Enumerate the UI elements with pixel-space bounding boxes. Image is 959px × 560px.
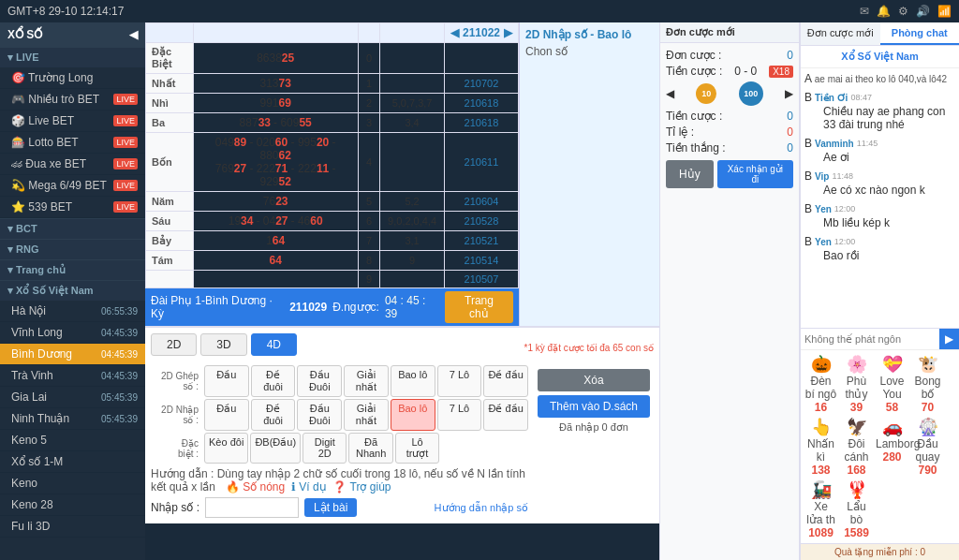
tab-don-cuoc-moi[interactable]: Đơn cược mới xyxy=(801,22,880,45)
bet-cell-keodoi[interactable]: Kèo đôi xyxy=(204,433,248,464)
bet-cell-dedau-2[interactable]: Đề đầu xyxy=(483,399,528,431)
bet-cell-empty2 xyxy=(486,433,528,464)
chat-input-row: ▶ xyxy=(801,328,959,349)
bet-cell-deduoi-2[interactable]: Đề đuôi xyxy=(251,399,296,431)
sidebar-item-dua-xe[interactable]: 🏎 Đua xe BET LIVE xyxy=(0,154,145,175)
chat-send-button[interactable]: ▶ xyxy=(939,329,959,349)
gift-item[interactable]: 🦞 Lẩu bò 1589 xyxy=(840,479,873,539)
bet-cell-giainhat-2[interactable]: Giải nhất xyxy=(344,399,389,431)
bell-icon[interactable]: 🔔 xyxy=(877,5,891,18)
sidebar-item-fuli3d[interactable]: Fu li 3D xyxy=(0,516,145,538)
top-bar: GMT+8 29-10 12:14:17 ✉ 🔔 ⚙ 🔊 📶 xyxy=(0,0,959,22)
prev-chip-icon[interactable]: ◀ xyxy=(666,87,674,100)
don-cuoc-row: Đơn cược : 0 xyxy=(666,49,793,62)
xacnhan-button[interactable]: Xác nhận gửi đi xyxy=(717,160,793,188)
lat-bai-button[interactable]: Lật bài xyxy=(304,498,357,517)
upper-section: ◀ 211022 ▶ Đặc Biệt xyxy=(145,22,659,326)
sidebar-item-live-bet[interactable]: 🎲 Live BET LIVE xyxy=(0,111,145,132)
tab-phong-chat[interactable]: Phòng chat xyxy=(880,22,960,45)
bet-cell-digit2d[interactable]: Digit 2D xyxy=(302,433,347,464)
sidebar-section-trangchu[interactable]: ▾ Trang chủ xyxy=(0,259,145,280)
sidebar-item-travinh[interactable]: Trà Vinh 04:45:39 xyxy=(0,365,145,387)
sidebar-item-keno[interactable]: Keno xyxy=(0,473,145,494)
bet-cell-deduoi-1[interactable]: Đề đuôi xyxy=(251,365,296,397)
gift-item[interactable]: 🌸 Phù thủy 39 xyxy=(840,354,873,414)
bet-type-nhapso: 2D Nhậpsố : Đầu Đề đuôi Đầu Đuôi Giải nh… xyxy=(151,399,528,431)
sidebar-item-truong-long[interactable]: 🎯 Trường Long xyxy=(0,67,145,89)
gift-item[interactable]: 🚂 Xe lửa th 1089 xyxy=(804,479,837,539)
sidebar-item-binhduong[interactable]: Bình Dương 04:45:39 xyxy=(0,344,145,365)
volume-icon[interactable]: 🔊 xyxy=(916,5,930,18)
message-name: Tiền Ơi xyxy=(815,93,848,103)
so-nong-link[interactable]: 🔥 Số nóng xyxy=(226,480,285,494)
sidebar-section-xosovietnam[interactable]: ▾ Xổ Số Việt Nam xyxy=(0,280,145,301)
chat-messages: A ae mai ai theo ko lô 040,và lô42 B Tiề… xyxy=(801,68,959,328)
wifi-icon[interactable]: 📶 xyxy=(937,5,952,18)
sidebar-item-vinhlong[interactable]: Vĩnh Long 04:45:39 xyxy=(0,322,145,344)
gift-item[interactable]: 🎡 Đầu quay 790 xyxy=(911,417,944,477)
sidebar-section-live[interactable]: ▾ LIVE xyxy=(0,47,145,67)
bet-cell-dau-2[interactable]: Đầu xyxy=(204,399,249,431)
bet-cell-baolo-2[interactable]: Bao lô xyxy=(391,399,435,431)
them-button[interactable]: Thêm vào D.sách xyxy=(538,395,650,418)
sidebar-item-nhieu-tro[interactable]: 🎮 Nhiều trò BET LIVE xyxy=(0,89,145,111)
bet-cell-danhanh[interactable]: Đã Nhanh xyxy=(348,433,392,464)
sidebar-item-keno28[interactable]: Keno 28 xyxy=(0,494,145,516)
chip-10[interactable]: 10 xyxy=(696,83,716,104)
table-row: 9 210507 xyxy=(146,271,519,288)
tab-4d[interactable]: 4D xyxy=(251,333,297,356)
results-section: ◀ 211022 ▶ Đặc Biệt xyxy=(145,22,519,326)
bet-cell-dauduoi-2[interactable]: Đầu Đuôi xyxy=(297,399,342,431)
sidebar-item-lotto-bet[interactable]: 🎰 Lotto BET LIVE xyxy=(0,132,145,154)
current-period-id: 211022 xyxy=(463,26,500,39)
sidebar-item-ninhthuan[interactable]: Ninh Thuận 05:45:39 xyxy=(0,408,145,430)
chip-row: ◀ 10 100 ▶ xyxy=(666,81,793,106)
sidebar-item-mega[interactable]: 💫 Mega 6/49 BET LIVE xyxy=(0,175,145,197)
bet-cell-7lo-1[interactable]: 7 Lô xyxy=(437,365,482,397)
huong-dan-link[interactable]: Hướng dẫn nhập số xyxy=(435,502,528,514)
sidebar-item-539-bet[interactable]: ⭐ 539 BET LIVE xyxy=(0,197,145,218)
gift-item[interactable]: 🦅 Đôi cánh 168 xyxy=(840,417,873,477)
tro-giup-link[interactable]: ❓ Trợ giúp xyxy=(332,480,391,494)
gear-icon[interactable]: ⚙ xyxy=(898,5,908,18)
vi-du-link[interactable]: ℹ Ví dụ xyxy=(291,480,327,494)
table-row: Tám 64 8 9 210514 xyxy=(146,251,519,271)
bet-cell-giainhat-1[interactable]: Giải nhất xyxy=(344,365,389,397)
huy-button[interactable]: Hủy xyxy=(666,160,714,188)
sidebar-collapse-icon[interactable]: ◀ xyxy=(129,28,138,41)
gift-item[interactable]: 💝 Love You 58 xyxy=(876,354,908,414)
bet-cell-lotruot[interactable]: Lô trượt xyxy=(395,433,439,464)
nav-left-btn[interactable]: ◀ xyxy=(450,26,459,39)
envelope-icon[interactable]: ✉ xyxy=(860,5,869,18)
chat-input[interactable] xyxy=(801,329,939,349)
xoa-button[interactable]: Xóa xyxy=(538,369,650,391)
bet-cell-dedau-1[interactable]: Đề đầu xyxy=(483,365,528,397)
tab-2d[interactable]: 2D xyxy=(151,333,197,356)
next-chip-icon[interactable]: ▶ xyxy=(785,87,793,100)
sidebar-item-hanoi[interactable]: Hà Nội 06:55:39 xyxy=(0,301,145,322)
trang-chu-button[interactable]: Trang chủ xyxy=(445,291,513,323)
avatar: B xyxy=(804,137,812,150)
message-name: Yen xyxy=(815,237,832,247)
sidebar-section-bct[interactable]: ▾ BCT xyxy=(0,218,145,239)
chip-100[interactable]: 100 xyxy=(739,81,763,106)
gift-item[interactable]: 🚗 Lamborg 280 xyxy=(876,417,908,477)
tab-3d[interactable]: 3D xyxy=(200,333,246,356)
bet-cell-7lo-2[interactable]: 7 Lô xyxy=(437,399,482,431)
table-row: Năm 7623 5 5,2 210604 xyxy=(146,192,519,212)
nav-right-btn[interactable]: ▶ xyxy=(504,26,512,39)
sidebar-item-xoso1m[interactable]: Xổ số 1-M xyxy=(0,451,145,473)
bet-cell-dauduoi-1[interactable]: Đầu Đuôi xyxy=(297,365,342,397)
gift-item[interactable]: 🎃 Đèn bí ngô 16 xyxy=(804,354,837,414)
sidebar-section-rng[interactable]: ▾ RNG xyxy=(0,239,145,259)
main-area: ◀ 211022 ▶ Đặc Biệt xyxy=(145,22,659,560)
gift-item[interactable]: 🐮 Bong bố 70 xyxy=(911,354,944,414)
gift-item[interactable]: 👆 Nhấn kì 138 xyxy=(804,417,837,477)
bet-cell-dau-1[interactable]: Đầu xyxy=(204,365,249,397)
sidebar-item-gialai[interactable]: Gia Lai 05:45:39 xyxy=(0,387,145,408)
avatar: A xyxy=(804,72,812,85)
bet-cell-dbdau[interactable]: ĐB(Đầu) xyxy=(250,433,301,464)
sidebar-item-keno5[interactable]: Keno 5 xyxy=(0,430,145,451)
nhap-so-input[interactable] xyxy=(205,497,299,518)
bet-cell-baolo-1[interactable]: Bao lô xyxy=(391,365,435,397)
